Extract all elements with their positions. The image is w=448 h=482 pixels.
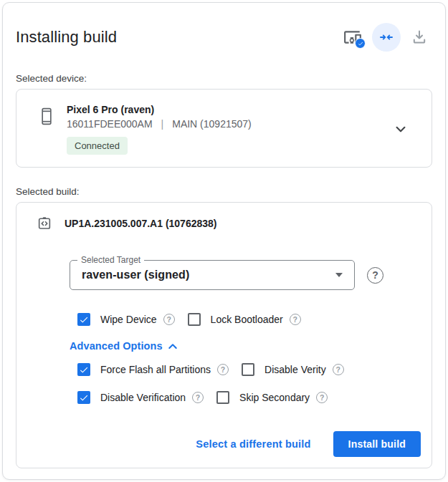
install-build-button[interactable]: Install build	[333, 431, 421, 457]
advanced-options-toggle[interactable]: Advanced Options	[70, 340, 177, 352]
select-different-build-button[interactable]: Select a different build	[193, 433, 313, 456]
checkbox-label: Disable Verity	[264, 364, 326, 375]
options-row-1: Wipe Device Lock Bootloader	[77, 313, 421, 326]
help-icon[interactable]	[163, 314, 175, 325]
help-icon[interactable]	[290, 314, 301, 325]
checkbox-label: Disable Verification	[100, 392, 186, 403]
force-flash-checkbox[interactable]	[77, 363, 90, 376]
selected-device-label: Selected device:	[16, 73, 432, 84]
wipe-device-checkbox[interactable]	[77, 313, 90, 326]
checkbox-lock-bootloader[interactable]: Lock Bootloader	[188, 313, 301, 326]
checkbox-skip-secondary[interactable]: Skip Secondary	[216, 391, 328, 404]
checkbox-wipe-device[interactable]: Wipe Device	[77, 313, 175, 326]
device-name: Pixel 6 Pro (raven)	[67, 104, 252, 115]
checkbox-force-flash[interactable]: Force Flash all Partitions	[77, 363, 229, 376]
actions-row: Select a different build Install build	[37, 431, 421, 457]
checkbox-disable-verification[interactable]: Disable Verification	[77, 391, 204, 404]
checkbox-label: Force Flash all Partitions	[100, 364, 211, 375]
download-build-button[interactable]	[406, 24, 432, 51]
selected-device-card[interactable]: Pixel 6 Pro (raven) 16011FDEE000AM|MAIN …	[16, 89, 432, 168]
selected-target-select[interactable]: Selected Target raven-user (signed)	[70, 260, 355, 290]
divider: |	[161, 118, 164, 130]
selected-build-card: UP1A.231005.007.A1 (10762838) Selected T…	[16, 202, 432, 468]
chevron-up-icon	[168, 343, 177, 350]
device-build-info: MAIN (10921507)	[172, 118, 252, 130]
build-name: UP1A.231005.007.A1 (10762838)	[65, 218, 217, 229]
device-details: 16011FDEE000AM|MAIN (10921507)	[67, 118, 252, 130]
smartphone-icon	[39, 107, 54, 126]
advanced-options-row-1: Force Flash all Partitions Disable Verit…	[77, 363, 421, 376]
selected-build-label: Selected build:	[16, 186, 432, 197]
help-icon[interactable]	[316, 392, 328, 403]
help-icon[interactable]	[217, 364, 229, 375]
disable-verity-checkbox[interactable]	[242, 363, 254, 376]
check-badge-icon	[355, 38, 366, 49]
toolbar	[339, 23, 432, 52]
checkbox-label: Skip Secondary	[239, 392, 310, 403]
build-code-icon	[37, 216, 52, 231]
build-header: UP1A.231005.007.A1 (10762838)	[37, 216, 421, 231]
checkbox-label: Wipe Device	[100, 314, 157, 325]
dropdown-arrow-icon	[335, 273, 343, 277]
checkbox-disable-verity[interactable]: Disable Verity	[242, 363, 344, 376]
advanced-options-label: Advanced Options	[70, 340, 163, 352]
help-icon[interactable]	[333, 364, 344, 375]
connect-arrows-icon	[378, 29, 394, 45]
select-value: raven-user (signed)	[82, 269, 189, 281]
connect-device-button[interactable]	[372, 23, 401, 52]
select-label: Selected Target	[77, 255, 144, 265]
chevron-down-icon[interactable]	[391, 120, 410, 138]
advanced-options-row-2: Disable Verification Skip Secondary	[77, 391, 421, 404]
skip-secondary-checkbox[interactable]	[216, 391, 229, 404]
status-badge: Connected	[67, 137, 128, 155]
help-icon[interactable]	[367, 267, 383, 284]
target-select-row: Selected Target raven-user (signed)	[70, 260, 421, 290]
download-icon	[411, 29, 428, 46]
lock-bootloader-checkbox[interactable]	[188, 313, 201, 326]
checkbox-label: Lock Bootloader	[211, 314, 283, 325]
device-serial: 16011FDEE000AM	[67, 118, 153, 130]
disable-verification-checkbox[interactable]	[77, 391, 90, 404]
page-title: Installing build	[16, 28, 117, 47]
installing-build-dialog: Installing build Selected	[2, 2, 446, 480]
dialog-header: Installing build	[16, 3, 432, 52]
help-icon[interactable]	[192, 392, 204, 403]
device-info: Pixel 6 Pro (raven) 16011FDEE000AM|MAIN …	[67, 104, 252, 155]
device-status-button[interactable]	[339, 24, 366, 51]
